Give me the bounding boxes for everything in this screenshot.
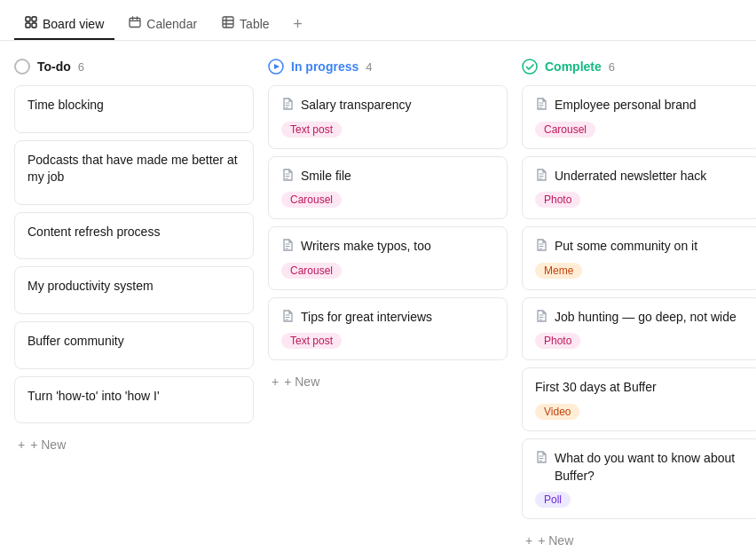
svg-marker-7 — [274, 64, 280, 69]
doc-icon — [281, 239, 294, 254]
card-newsletter-hack[interactable]: Underrated newsletter hack Photo — [522, 156, 756, 220]
doc-icon — [535, 239, 547, 254]
column-complete-count: 6 — [609, 60, 615, 74]
column-todo: To-do 6 Time blocking Podcasts that have… — [14, 59, 254, 457]
inprogress-icon — [268, 59, 284, 75]
card-tag: Text post — [281, 122, 342, 138]
svg-rect-5 — [223, 17, 233, 28]
card-title: Time blocking — [28, 97, 104, 114]
card-tag: Photo — [535, 333, 580, 349]
card-title: First 30 days at Buffer — [535, 379, 657, 397]
add-view-button[interactable]: + — [286, 12, 311, 37]
card-salary[interactable]: Salary transparency Text post — [268, 85, 508, 149]
calendar-icon — [129, 16, 141, 31]
column-complete: Complete 6 Employee personal brand Carou… — [522, 59, 756, 553]
card-tag: Poll — [535, 492, 571, 508]
doc-icon — [535, 98, 547, 113]
inprogress-new-button[interactable]: + + New — [268, 369, 508, 394]
board-icon — [25, 16, 37, 31]
card-tag: Video — [535, 404, 579, 420]
svg-point-8 — [523, 59, 537, 74]
card-title: Content refresh process — [28, 224, 160, 241]
doc-icon — [535, 310, 547, 325]
card-buffer-community[interactable]: Buffer community — [14, 321, 254, 369]
card-tag: Photo — [535, 192, 580, 208]
card-title: Underrated newsletter hack — [555, 168, 706, 185]
top-nav: Board view Calendar Table + — [0, 0, 756, 41]
card-tag: Carousel — [535, 122, 595, 138]
svg-rect-0 — [26, 17, 30, 21]
tab-calendar-label: Calendar — [146, 17, 197, 31]
card-content-refresh[interactable]: Content refresh process — [14, 212, 254, 260]
card-first-30[interactable]: First 30 days at Buffer Video — [522, 367, 756, 431]
column-inprogress: In progress 4 Salary transparency Text p… — [268, 59, 508, 394]
plus-icon: + — [525, 533, 532, 548]
card-smile[interactable]: Smile file Carousel — [268, 156, 508, 220]
doc-icon — [281, 310, 294, 325]
todo-icon — [14, 59, 30, 75]
card-title: Buffer community — [28, 333, 124, 351]
doc-icon — [281, 169, 294, 184]
card-want-to-know[interactable]: What do you want to know about Buffer? P… — [522, 438, 756, 519]
plus-icon: + — [272, 375, 279, 389]
card-title: Employee personal brand — [555, 97, 697, 114]
card-title: Turn 'how-to' into 'how I' — [28, 388, 160, 406]
card-employee-brand[interactable]: Employee personal brand Carousel — [522, 85, 756, 149]
card-tag: Text post — [281, 333, 342, 349]
card-title: My productivity system — [28, 278, 154, 296]
card-community[interactable]: Put some community on it Meme — [522, 226, 756, 290]
card-title: Smile file — [301, 168, 351, 185]
column-inprogress-count: 4 — [366, 60, 372, 74]
card-tag: Carousel — [281, 192, 342, 208]
doc-icon — [535, 169, 547, 184]
doc-icon — [281, 98, 294, 113]
card-how-to[interactable]: Turn 'how-to' into 'how I' — [14, 376, 254, 424]
svg-rect-1 — [32, 17, 36, 21]
card-title: Tips for great interviews — [301, 309, 432, 327]
card-title: Writers make typos, too — [301, 238, 431, 256]
card-typos[interactable]: Writers make typos, too Carousel — [268, 226, 508, 290]
new-label: + New — [538, 533, 573, 548]
card-interviews[interactable]: Tips for great interviews Text post — [268, 297, 508, 361]
tab-calendar[interactable]: Calendar — [118, 9, 208, 40]
card-podcasts[interactable]: Podcasts that have made me better at my … — [14, 140, 254, 205]
card-tag: Carousel — [281, 263, 342, 279]
card-time-blocking[interactable]: Time blocking — [14, 85, 254, 133]
card-title: What do you want to know about Buffer? — [555, 450, 748, 485]
plus-icon: + — [18, 438, 25, 452]
complete-icon — [522, 59, 538, 75]
svg-rect-3 — [32, 23, 36, 28]
column-inprogress-header: In progress 4 — [268, 59, 508, 75]
card-productivity[interactable]: My productivity system — [14, 266, 254, 314]
tab-board-label: Board view — [43, 17, 104, 31]
complete-new-button[interactable]: + + New — [522, 528, 756, 553]
column-inprogress-title: In progress — [291, 59, 358, 74]
tab-board[interactable]: Board view — [14, 9, 114, 40]
column-todo-title: To-do — [37, 59, 71, 74]
card-title: Job hunting — go deep, not wide — [555, 309, 736, 327]
card-title: Put some community on it — [555, 238, 697, 256]
tab-table-label: Table — [240, 17, 269, 31]
card-title: Salary transparency — [301, 97, 412, 114]
card-tag: Meme — [535, 263, 582, 279]
new-label: + New — [30, 438, 66, 452]
column-todo-header: To-do 6 — [14, 59, 254, 75]
doc-icon — [535, 451, 547, 466]
column-complete-title: Complete — [545, 59, 602, 74]
todo-new-button[interactable]: + + New — [14, 432, 254, 457]
svg-rect-2 — [26, 23, 30, 28]
board-container: To-do 6 Time blocking Podcasts that have… — [0, 41, 756, 560]
card-job-hunting[interactable]: Job hunting — go deep, not wide Photo — [522, 297, 756, 361]
table-icon — [222, 16, 234, 31]
card-title: Podcasts that have made me better at my … — [28, 152, 240, 186]
column-complete-header: Complete 6 — [522, 59, 756, 75]
new-label: + New — [284, 375, 319, 389]
column-todo-count: 6 — [78, 60, 84, 74]
tab-table[interactable]: Table — [211, 9, 280, 40]
svg-rect-4 — [130, 19, 140, 28]
